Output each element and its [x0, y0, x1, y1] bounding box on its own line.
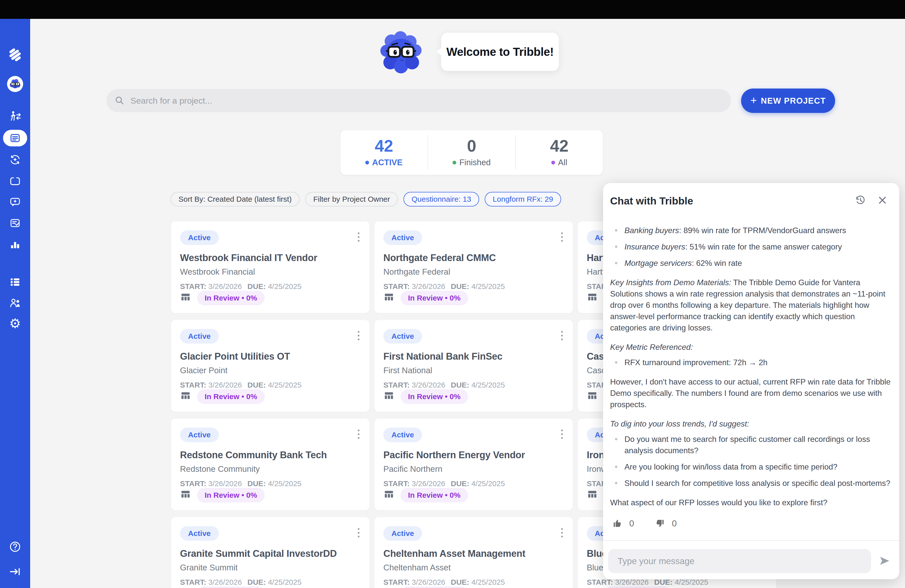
project-status-badge: Active	[180, 329, 219, 343]
sidebar-item-logo[interactable]	[0, 47, 30, 64]
project-status-row: In Review • 0%	[383, 291, 468, 305]
sidebar-item-projects[interactable]	[0, 130, 30, 146]
chat-paragraph: To dig into your loss trends, I'd sugges…	[610, 418, 892, 429]
table-icon	[587, 390, 598, 403]
sidebar-item-tasks[interactable]	[0, 216, 30, 230]
chat-paragraph: Key Metric Referenced:	[610, 342, 892, 353]
sidebar-item-analytics[interactable]	[0, 238, 30, 252]
start-date: 3/26/2026	[412, 381, 445, 389]
start-label: START:	[383, 479, 412, 488]
start-date: 3/26/2026	[412, 578, 445, 586]
kebab-menu-icon[interactable]	[559, 427, 565, 441]
kebab-menu-icon[interactable]	[355, 329, 362, 343]
due-label: DUE:	[248, 282, 268, 291]
project-subtitle: Redstone Community	[180, 464, 260, 474]
sidebar-item-people[interactable]	[0, 297, 30, 311]
rows-icon	[8, 275, 22, 289]
due-label: DUE:	[248, 578, 268, 586]
review-progress-badge: In Review • 0%	[197, 291, 265, 305]
project-subtitle: Westbrook Financial	[180, 267, 255, 277]
stat-active[interactable]: 42ACTIVE	[340, 135, 428, 170]
sidebar-item-sync[interactable]	[0, 153, 30, 167]
sidebar-item-settings[interactable]: ⚙	[0, 317, 30, 330]
chat-message-input[interactable]	[608, 549, 871, 573]
project-subtitle: Cheltenham Asset	[383, 563, 451, 572]
start-date: 3/26/2026	[208, 282, 242, 291]
start-label: START:	[180, 282, 208, 291]
thumbs-down-icon[interactable]	[655, 518, 665, 529]
start-label: START:	[180, 381, 208, 389]
project-dates: START: 3/26/2026DUE: 4/25/2025	[180, 479, 302, 488]
filter-chip-1[interactable]: Filter by Project Owner	[305, 192, 398, 207]
sidebar-item-tray[interactable]	[0, 175, 30, 189]
chat-paragraph: However, I don't have access to our actu…	[610, 376, 892, 410]
top-bar	[0, 0, 905, 19]
help-icon	[8, 540, 22, 554]
chat-bullet-list: RFX turnaround improvement: 72h → 2h	[610, 357, 892, 368]
project-status-row: In Review • 0%	[587, 586, 672, 588]
filter-chip-3[interactable]: Longform RFx: 29	[485, 192, 561, 207]
project-card[interactable]: ActiveRedstone Community Bank TechRedsto…	[171, 418, 370, 510]
project-subtitle: Glacier Point	[180, 366, 227, 375]
sidebar-item-rows[interactable]	[0, 275, 30, 289]
kebab-menu-icon[interactable]	[559, 230, 565, 244]
start-date: 3/26/2026	[412, 479, 445, 488]
chat-feedback-row: 0 0	[612, 518, 677, 529]
search-input[interactable]	[125, 96, 731, 106]
kebab-menu-icon[interactable]	[355, 427, 362, 441]
review-progress-badge: In Review • 0%	[197, 586, 265, 588]
table-icon	[587, 292, 598, 304]
start-label: START:	[383, 282, 412, 291]
project-subtitle: Northgate Federal	[383, 267, 450, 277]
kebab-menu-icon[interactable]	[559, 329, 565, 343]
project-status-badge: Active	[383, 230, 422, 245]
table-icon	[180, 390, 192, 403]
project-card[interactable]: ActivePacific Northern Energy VendorPaci…	[374, 418, 573, 510]
stat-label-row: Finished	[452, 158, 491, 167]
project-card[interactable]: ActiveGlacier Point Utilities OTGlacier …	[171, 320, 370, 412]
filter-chip-0[interactable]: Sort By: Created Date (latest first)	[170, 192, 300, 207]
project-card[interactable]: ActiveNorthgate Federal CMMCNorthgate Fe…	[374, 221, 573, 313]
projects-icon	[3, 130, 27, 146]
bar-chart-icon	[8, 238, 22, 252]
sidebar-item-mascot[interactable]	[0, 76, 30, 92]
chat-paragraph: Key Insights from Demo Materials: The Tr…	[610, 277, 892, 334]
chat-bullet-item: Mortgage servicers: 62% win rate	[610, 257, 892, 269]
close-icon[interactable]	[876, 194, 888, 206]
due-label: DUE:	[248, 381, 268, 389]
stat-all[interactable]: 42All	[515, 135, 603, 170]
project-status-badge: Active	[180, 427, 219, 442]
thumbs-up-icon[interactable]	[612, 518, 623, 529]
chat-bullet-item: Insurance buyers: 51% win rate for the s…	[610, 241, 892, 253]
project-title: First National Bank FinSec	[383, 351, 503, 362]
start-label: START:	[180, 578, 208, 586]
history-icon[interactable]	[854, 194, 867, 206]
project-card[interactable]: ActiveFirst National Bank FinSecFirst Na…	[374, 320, 573, 412]
stat-finished[interactable]: 0Finished	[428, 135, 515, 170]
due-date: 4/25/2025	[472, 282, 505, 291]
project-card[interactable]: ActiveCheltenham Asset ManagementChelten…	[374, 517, 573, 588]
project-card[interactable]: ActiveGranite Summit Capital InvestorDDG…	[171, 517, 370, 588]
review-progress-badge: In Review • 0%	[400, 586, 468, 588]
kebab-menu-icon[interactable]	[355, 230, 362, 244]
kebab-menu-icon[interactable]	[559, 526, 565, 540]
due-date: 4/25/2025	[268, 479, 302, 488]
project-search	[106, 89, 731, 112]
sidebar-item-logout[interactable]	[0, 565, 30, 579]
filter-chip-2[interactable]: Questionnaire: 13	[403, 192, 479, 207]
sidebar-item-help[interactable]	[0, 540, 30, 554]
chat-bullet-item: Do you want me to search for specific cu…	[610, 434, 892, 456]
chat-bullet-list: Banking buyers: 89% win rate for TPRM/Ve…	[610, 225, 892, 269]
new-project-button[interactable]: + NEW PROJECT	[741, 89, 835, 113]
sidebar-item-agents[interactable]	[0, 110, 30, 124]
send-icon[interactable]	[879, 555, 891, 568]
start-date: 3/26/2026	[208, 578, 242, 586]
due-label: DUE:	[451, 578, 472, 586]
project-card[interactable]: ActiveWestbrook Financial IT VendorWestb…	[171, 221, 370, 313]
stat-label: Finished	[459, 158, 491, 167]
sidebar-item-chat[interactable]	[0, 195, 30, 210]
review-progress-badge: In Review • 0%	[400, 389, 468, 404]
start-label: START:	[383, 578, 412, 586]
agent-walk-icon	[8, 110, 22, 124]
kebab-menu-icon[interactable]	[355, 526, 362, 540]
